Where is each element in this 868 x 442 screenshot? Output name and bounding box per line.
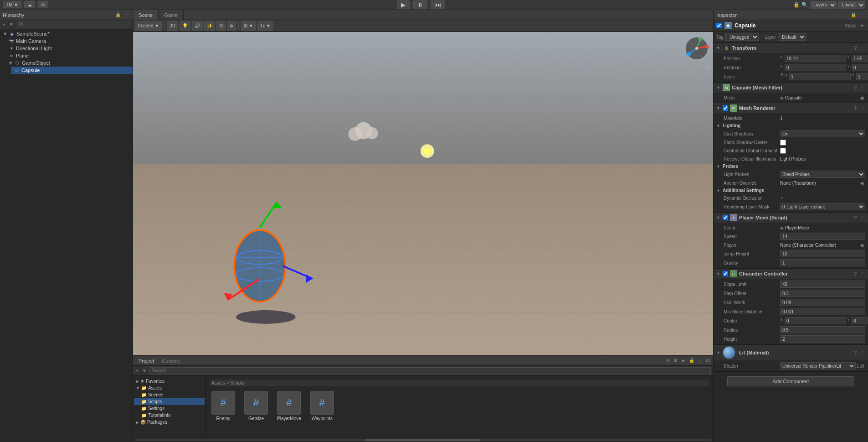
transform-info-btn[interactable]: ? (853, 46, 858, 51)
pm-player-select-btn[interactable]: ◉ (859, 243, 865, 248)
pm-speed-field[interactable] (780, 233, 865, 240)
hierarchy-add-btn[interactable]: + (2, 22, 6, 27)
object-active-checkbox[interactable] (716, 23, 722, 28)
gizmo-axes[interactable]: Y X Z (683, 35, 710, 62)
mesh-filter-header[interactable]: ▼ M Capsule (Mesh Filter) ? ⋮ (714, 83, 868, 93)
scene-vis-btn[interactable]: ⊟ (216, 21, 226, 31)
hierarchy-filter-btn[interactable]: ▼ (8, 22, 15, 27)
scale-y-field[interactable] (856, 73, 868, 80)
effects-btn[interactable]: ✨ (204, 21, 215, 31)
static-dropdown-btn[interactable]: ▼ (859, 23, 865, 28)
pos-x-field[interactable] (785, 55, 846, 62)
player-move-header[interactable]: ▼ # Player Move (Script) ? ⋮ (714, 213, 868, 223)
hierarchy-lock-btn[interactable]: 🔒 (114, 12, 122, 17)
rot-y-field[interactable] (852, 64, 868, 71)
pause-button[interactable]: ⏸ (413, 0, 427, 9)
tag-select[interactable]: Untagged (725, 33, 759, 41)
asset-playermove[interactable]: # PlayerMove (275, 389, 303, 423)
layout-select[interactable]: Layout (838, 1, 865, 9)
cc-skin-field[interactable] (780, 299, 865, 306)
project-icons-btn[interactable]: ⊞ (665, 358, 671, 363)
tree-main-camera[interactable]: 📷 Main Camera (5, 37, 133, 45)
scale-x-field[interactable] (789, 73, 851, 80)
ptree-scenes[interactable]: 📁 Scenes (134, 391, 205, 398)
cast-shadows-select[interactable]: On (780, 130, 865, 137)
contribute-gi-checkbox[interactable] (780, 148, 786, 154)
mesh-select-btn[interactable]: ◉ (859, 95, 865, 100)
mr-more-btn[interactable]: ⋮ (859, 106, 865, 111)
mf-info-btn[interactable]: ? (853, 85, 858, 90)
pm-gravity-field[interactable] (780, 259, 865, 266)
cc-height-field[interactable] (780, 335, 865, 343)
render-scale-btn[interactable]: 1x ▼ (257, 21, 273, 31)
console-tab[interactable]: Console (159, 358, 183, 364)
pos-y-field[interactable] (852, 55, 868, 62)
rendering-layer-select[interactable]: 0: Light Layer default (780, 203, 865, 210)
cc-center-y[interactable] (852, 317, 868, 324)
anchor-select-btn[interactable]: ◉ (859, 181, 865, 186)
project-search-input[interactable] (149, 367, 711, 374)
asset-enemy[interactable]: # Enemy (210, 389, 237, 423)
gizmo-btn[interactable]: ⊕ (227, 21, 236, 31)
lighting-section-header[interactable]: ▼ Lighting (714, 122, 868, 129)
bottom-scrollbar[interactable] (133, 438, 713, 442)
light-probes-select[interactable]: Blend Probes (780, 171, 865, 178)
cc-header[interactable]: ▼ C Character Controller ? ⋮ (714, 269, 868, 279)
shading-btn[interactable]: Shaded ▼ (135, 21, 162, 31)
ptree-tutorialinfo[interactable]: 📁 TutorialInfo (134, 412, 205, 419)
ptree-scripts[interactable]: 📁 Scripts (134, 398, 205, 405)
asset-getsize[interactable]: # Getsize (242, 389, 270, 423)
mf-more-btn[interactable]: ⋮ (859, 85, 865, 90)
material-header[interactable]: ▼ Lit (Material) ? ⋮ (714, 345, 868, 360)
2d-btn[interactable]: 2D (167, 21, 178, 31)
probes-section-header[interactable]: ▼ Probes (714, 163, 868, 170)
project-lock-btn[interactable]: 🔒 (688, 358, 695, 363)
inspector-lock-btn[interactable]: 🔒 (850, 12, 857, 17)
pm-enabled-checkbox[interactable] (723, 215, 728, 220)
cc-center-x[interactable] (785, 317, 846, 324)
asset-waypoints[interactable]: # Waypoints (308, 389, 336, 423)
project-filter-btn[interactable]: ▼ (141, 368, 148, 373)
settings-btn[interactable]: ⚙ (38, 1, 48, 8)
tm-menu-btn[interactable]: TM ▼ (3, 1, 21, 8)
scene-tab[interactable]: Scene (133, 10, 159, 20)
project-settings-btn[interactable]: ⚙ (673, 358, 678, 363)
mr-enabled-checkbox[interactable] (723, 105, 728, 111)
rot-x-field[interactable] (785, 64, 846, 71)
cc-radius-field[interactable] (780, 326, 865, 333)
cc-step-field[interactable] (780, 290, 865, 297)
pm-jump-height-field[interactable] (780, 250, 865, 257)
mat-more-btn[interactable]: ⋮ (859, 350, 865, 355)
project-tab[interactable]: Project (136, 358, 157, 364)
viewport[interactable]: Y X Z Persp (133, 32, 713, 355)
ptree-packages[interactable]: ▶ 📦 Packages (134, 419, 205, 426)
shader-select[interactable]: Universal Render Pipeline/Lit (780, 362, 856, 369)
game-tab[interactable]: Game (159, 10, 184, 20)
cc-enabled-checkbox[interactable] (723, 271, 728, 276)
ptree-settings[interactable]: 📁 Settings (134, 405, 205, 412)
pm-info-btn[interactable]: ? (853, 215, 858, 220)
layer-select[interactable]: Default (778, 33, 806, 41)
mr-info-btn[interactable]: ? (853, 106, 858, 111)
tree-scene-root[interactable]: ▼ ◈ SampleScene* (0, 30, 133, 37)
project-star-btn[interactable]: ★ (680, 358, 686, 363)
cc-info-btn[interactable]: ? (853, 271, 858, 276)
layers-select[interactable]: Layers (810, 1, 837, 9)
tree-capsule[interactable]: ⬡ Capsule (11, 67, 133, 74)
hierarchy-more-btn[interactable]: ⋮ (123, 12, 130, 17)
play-button[interactable]: ▶ (397, 0, 410, 9)
inspector-more-btn[interactable]: ⋮ (859, 12, 865, 17)
audio-btn[interactable]: 🔊 (192, 21, 203, 31)
step-button[interactable]: ⏭ (431, 0, 445, 9)
project-more-btn[interactable]: ⋮ (697, 358, 704, 363)
ptree-favorites[interactable]: ▶ ★ Favorites (134, 378, 205, 385)
add-component-button[interactable]: Add Component (727, 376, 854, 386)
cc-more-btn[interactable]: ⋮ (859, 271, 865, 276)
shader-edit-btn[interactable]: Edit (856, 364, 865, 369)
tree-plane[interactable]: ▭ Plane (5, 52, 133, 59)
project-add-btn[interactable]: + (135, 368, 139, 373)
cc-minmove-field[interactable] (780, 308, 865, 315)
mesh-renderer-header[interactable]: ▼ R Mesh Renderer ? ⋮ (714, 103, 868, 113)
mat-info-btn[interactable]: ? (853, 350, 858, 355)
static-shadow-checkbox[interactable] (780, 140, 786, 146)
